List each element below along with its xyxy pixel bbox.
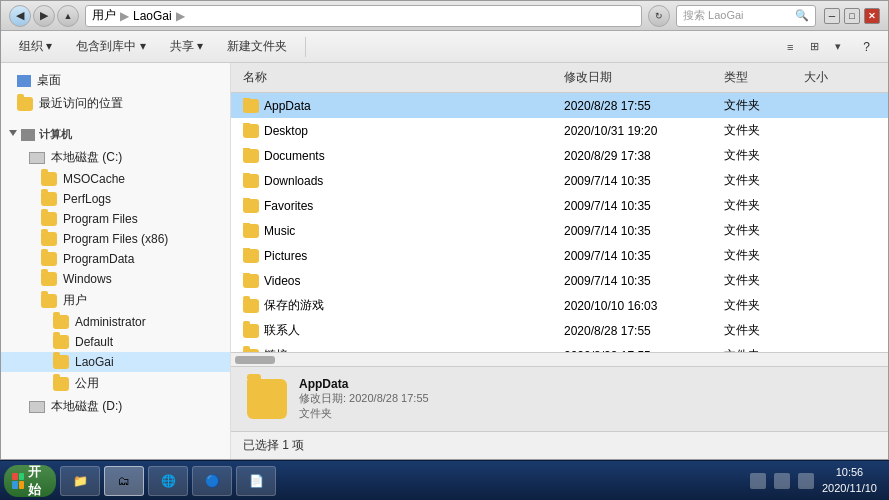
sidebar-item-perflogs[interactable]: PerfLogs <box>1 189 230 209</box>
toolbar: 组织 ▾ 包含到库中 ▾ 共享 ▾ 新建文件夹 ≡ ⊞ ▾ ? <box>1 31 888 63</box>
folder-icon <box>243 349 259 353</box>
tray-icon-2[interactable] <box>774 473 790 489</box>
taskbar-app-blue[interactable]: 🔵 <box>192 466 232 496</box>
address-folder: LaoGai <box>133 9 172 23</box>
start-button[interactable]: 开始 <box>4 465 56 497</box>
folder-icon <box>243 274 259 288</box>
col-modified[interactable]: 修改日期 <box>560 67 720 88</box>
folder-icon <box>53 315 69 329</box>
systray: 10:56 2020/11/10 <box>742 465 885 496</box>
file-size-cell <box>800 130 880 132</box>
folder-icon <box>41 172 57 186</box>
taskbar-app-explorer[interactable]: 📁 <box>60 466 100 496</box>
back-button[interactable]: ◀ <box>9 5 31 27</box>
share-button[interactable]: 共享 ▾ <box>160 35 213 59</box>
file-modified-cell: 2020/8/29 17:38 <box>560 148 720 164</box>
table-row[interactable]: 保存的游戏 2020/10/10 16:03 文件夹 <box>231 293 888 318</box>
file-modified-cell: 2009/7/14 10:35 <box>560 173 720 189</box>
help-button[interactable]: ? <box>853 35 880 59</box>
sidebar-item-label: Program Files (x86) <box>63 232 168 246</box>
new-folder-button[interactable]: 新建文件夹 <box>217 35 297 59</box>
preview-panel: AppData 修改日期: 2020/8/28 17:55 文件夹 <box>231 366 888 431</box>
sidebar-item-laogai[interactable]: LaoGai <box>1 352 230 372</box>
sidebar-item-recent[interactable]: 最近访问的位置 <box>1 92 230 115</box>
organize-button[interactable]: 组织 ▾ <box>9 35 62 59</box>
file-size-cell <box>800 180 880 182</box>
sidebar-item-users[interactable]: 用户 <box>1 289 230 312</box>
file-size-cell <box>800 205 880 207</box>
sidebar-item-desktop[interactable]: 桌面 <box>1 69 230 92</box>
table-row[interactable]: Favorites 2009/7/14 10:35 文件夹 <box>231 193 888 218</box>
file-list: AppData 2020/8/28 17:55 文件夹 Desktop 2020… <box>231 93 888 352</box>
search-icon: 🔍 <box>795 9 809 22</box>
sidebar-item-local-d[interactable]: 本地磁盘 (D:) <box>1 395 230 418</box>
table-row[interactable]: AppData 2020/8/28 17:55 文件夹 <box>231 93 888 118</box>
file-name-cell: Pictures <box>239 248 560 264</box>
sidebar-item-program-files-x86[interactable]: Program Files (x86) <box>1 229 230 249</box>
folder-icon <box>243 149 259 163</box>
col-name[interactable]: 名称 <box>239 67 560 88</box>
table-row[interactable]: 链接 2020/8/28 17:55 文件夹 <box>231 343 888 352</box>
tray-icon-1[interactable] <box>750 473 766 489</box>
sidebar-item-default[interactable]: Default <box>1 332 230 352</box>
file-modified-cell: 2009/7/14 10:35 <box>560 223 720 239</box>
sidebar-item-administrator[interactable]: Administrator <box>1 312 230 332</box>
sidebar-item-label: Administrator <box>75 315 146 329</box>
file-modified-cell: 2020/8/28 17:55 <box>560 98 720 114</box>
address-root: 用户 <box>92 7 116 24</box>
table-row[interactable]: Music 2009/7/14 10:35 文件夹 <box>231 218 888 243</box>
table-row[interactable]: Downloads 2009/7/14 10:35 文件夹 <box>231 168 888 193</box>
view-icons: ≡ ⊞ ▾ <box>779 37 849 57</box>
view-options-button[interactable]: ▾ <box>827 37 849 57</box>
sidebar-item-program-files[interactable]: Program Files <box>1 209 230 229</box>
preview-type: 文件夹 <box>299 406 429 421</box>
forward-button[interactable]: ▶ <box>33 5 55 27</box>
sidebar-item-windows[interactable]: Windows <box>1 269 230 289</box>
computer-icon <box>21 129 35 141</box>
table-row[interactable]: Pictures 2009/7/14 10:35 文件夹 <box>231 243 888 268</box>
file-type-cell: 文件夹 <box>720 271 800 290</box>
sidebar-computer-header[interactable]: 计算机 <box>1 123 230 146</box>
folder-icon <box>243 199 259 213</box>
folder-icon <box>41 272 57 286</box>
search-box[interactable]: 搜索 LaoGai 🔍 <box>676 5 816 27</box>
sidebar-item-local-c[interactable]: 本地磁盘 (C:) <box>1 146 230 169</box>
sidebar-item-label: MSOCache <box>63 172 125 186</box>
file-size-cell <box>800 305 880 307</box>
table-row[interactable]: Videos 2009/7/14 10:35 文件夹 <box>231 268 888 293</box>
refresh-button[interactable]: ↻ <box>648 5 670 27</box>
taskbar-app-doc[interactable]: 📄 <box>236 466 276 496</box>
include-library-button[interactable]: 包含到库中 ▾ <box>66 35 155 59</box>
sidebar-item-msocache[interactable]: MSOCache <box>1 169 230 189</box>
taskbar-app-folder[interactable]: 🗂 <box>104 466 144 496</box>
folder-icon <box>41 294 57 308</box>
desktop-icon <box>17 75 31 87</box>
taskbar-app-chrome[interactable]: 🌐 <box>148 466 188 496</box>
maximize-button[interactable]: □ <box>844 8 860 24</box>
table-row[interactable]: 联系人 2020/8/28 17:55 文件夹 <box>231 318 888 343</box>
view-details-button[interactable]: ≡ <box>779 37 801 57</box>
windows-logo <box>12 473 24 489</box>
close-button[interactable]: ✕ <box>864 8 880 24</box>
sidebar-item-label: 用户 <box>63 292 87 309</box>
horizontal-scrollbar[interactable] <box>231 352 888 366</box>
sidebar-item-programdata[interactable]: ProgramData <box>1 249 230 269</box>
file-name-cell: Downloads <box>239 173 560 189</box>
folder-icon <box>243 324 259 338</box>
table-row[interactable]: Desktop 2020/10/31 19:20 文件夹 <box>231 118 888 143</box>
sidebar-item-label: PerfLogs <box>63 192 111 206</box>
up-button[interactable]: ▲ <box>57 5 79 27</box>
minimize-button[interactable]: ─ <box>824 8 840 24</box>
sidebar-item-public[interactable]: 公用 <box>1 372 230 395</box>
table-row[interactable]: Documents 2020/8/29 17:38 文件夹 <box>231 143 888 168</box>
address-bar[interactable]: 用户 ▶ LaoGai ▶ <box>85 5 642 27</box>
file-type-cell: 文件夹 <box>720 221 800 240</box>
tray-icon-3[interactable] <box>798 473 814 489</box>
col-size[interactable]: 大小 <box>800 67 880 88</box>
file-type-cell: 文件夹 <box>720 146 800 165</box>
view-icon-button[interactable]: ⊞ <box>803 37 825 57</box>
system-clock[interactable]: 10:56 2020/11/10 <box>822 465 877 496</box>
main-content: 桌面 最近访问的位置 计算机 本地磁盘 (C:) MSOCache <box>1 63 888 459</box>
col-type[interactable]: 类型 <box>720 67 800 88</box>
file-type-cell: 文件夹 <box>720 96 800 115</box>
